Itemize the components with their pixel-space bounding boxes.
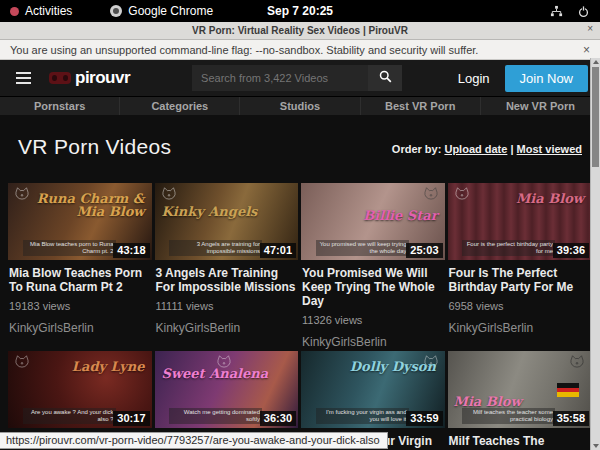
duration-badge: 35:58 — [553, 411, 589, 426]
video-title[interactable]: Mia Blow Teaches Porn To Runa Charm Pt 2 — [9, 266, 151, 294]
nav-item-pornstars[interactable]: Pornstars — [0, 97, 120, 115]
scrollbar-up-arrow-icon[interactable] — [593, 60, 599, 64]
video-thumbnail[interactable]: Dolly Dyson I'm fucking your virgin ass … — [301, 351, 445, 428]
order-separator: | — [510, 143, 513, 155]
video-grid: Runa Charm & Mia Blow Mia Blow teaches p… — [0, 183, 600, 450]
main-nav: Pornstars Categories Studios Best VR Por… — [0, 96, 600, 115]
browser-tab-title: VR Porn: Virtual Reality Sex Videos | Pi… — [0, 25, 600, 36]
nav-item-studios[interactable]: Studios — [240, 97, 360, 115]
page-title-row: VR Porn Videos Order by: Upload date | M… — [0, 115, 600, 159]
studio-cat-logo-icon — [13, 187, 31, 206]
video-title[interactable]: Four Is The Perfect Birthday Party For M… — [449, 266, 591, 294]
thumbnail-overlay-text: Runa Charm & Mia Blow — [33, 192, 145, 218]
video-title[interactable]: 3 Angels Are Training For Impossible Mis… — [156, 266, 298, 294]
video-thumbnail[interactable]: Billie Star You promised we will keep tr… — [301, 183, 445, 260]
scrollbar-down-arrow-icon[interactable] — [593, 444, 599, 448]
german-flag-icon — [557, 383, 579, 397]
studio-cat-logo-icon — [453, 187, 471, 206]
video-card[interactable]: Kinky Angels 3 Angels are training for i… — [155, 183, 299, 349]
thumbnail-caption: 3 Angels are training for impossible mis… — [169, 240, 262, 256]
duration-badge: 39:36 — [553, 243, 589, 258]
video-views: 19183 views — [9, 300, 151, 313]
order-by-label: Order by: — [392, 143, 442, 155]
thumbnail-overlay-text: Mia Blow — [516, 192, 584, 205]
thumbnail-overlay-text: Billie Star — [363, 209, 437, 222]
search-button[interactable] — [368, 65, 402, 91]
video-thumbnail[interactable]: Kinky Angels 3 Angels are training for i… — [155, 183, 299, 260]
nav-item-best-vr-porn[interactable]: Best VR Porn — [361, 97, 481, 115]
window-close-icon[interactable]: × — [587, 23, 593, 34]
studio-cat-logo-icon — [13, 355, 31, 374]
status-url-bar: https://pirouvr.com/vr-porn-video/779325… — [0, 432, 388, 449]
studio-cat-logo-icon — [568, 355, 586, 374]
thumbnail-overlay-text: Lady Lyne — [72, 360, 145, 373]
thumbnail-caption: Four is the perfect birthday party for m… — [462, 240, 555, 256]
video-title[interactable]: Milf Teaches The Teacher Some Practical … — [449, 434, 591, 450]
browser-title-bar: VR Porn: Virtual Reality Sex Videos | Pi… — [0, 22, 600, 40]
network-icon[interactable] — [550, 5, 563, 18]
duration-badge: 25:03 — [406, 243, 442, 258]
video-views: 6958 views — [449, 300, 591, 313]
scrollbar-thumb[interactable] — [592, 67, 599, 167]
duration-badge: 47:01 — [260, 243, 296, 258]
page-scrollbar[interactable] — [590, 58, 600, 450]
vr-goggles-icon — [49, 72, 71, 84]
hamburger-menu-icon[interactable] — [16, 72, 31, 84]
system-top-bar: Activities Google Chrome Sep 7 20:25 — [0, 0, 600, 22]
video-card[interactable]: Billie Star You promised we will keep tr… — [301, 183, 445, 349]
order-by-controls: Order by: Upload date | Most viewed — [392, 143, 582, 159]
order-link-upload-date[interactable]: Upload date — [444, 143, 507, 155]
video-thumbnail[interactable]: Mia Blow Four is the perfect birthday pa… — [448, 183, 592, 260]
duration-badge: 43:18 — [113, 243, 149, 258]
search-icon — [378, 69, 393, 87]
system-clock[interactable]: Sep 7 20:25 — [0, 4, 600, 18]
video-views: 11326 views — [302, 314, 444, 327]
video-studio-link[interactable]: KinkyGirlsBerlin — [9, 321, 151, 335]
nav-item-new-vr-porn[interactable]: New VR Porn — [481, 97, 600, 115]
video-card[interactable]: Mia Blow Four is the perfect birthday pa… — [448, 183, 592, 349]
thumbnail-caption: Watch me getting dominated softly — [169, 408, 262, 424]
thumbnail-overlay-text: Mia Blow — [454, 395, 522, 408]
power-icon[interactable] — [577, 5, 590, 18]
infobar-close-icon[interactable]: × — [583, 43, 590, 57]
thumbnail-overlay-text: Kinky Angels — [162, 205, 258, 218]
search-group — [192, 65, 402, 91]
video-card[interactable]: Mia Blow Milf teaches the teacher some p… — [448, 351, 592, 450]
login-link[interactable]: Login — [458, 71, 490, 86]
nav-item-categories[interactable]: Categories — [120, 97, 240, 115]
video-title[interactable]: You Promised We Will Keep Trying The Who… — [302, 266, 444, 308]
page-title: VR Porn Videos — [18, 135, 171, 159]
duration-badge: 30:17 — [113, 411, 149, 426]
video-thumbnail[interactable]: Mia Blow Milf teaches the teacher some p… — [448, 351, 592, 428]
join-now-button[interactable]: Join Now — [505, 65, 588, 92]
thumbnail-overlay-text: Sweet Analena — [162, 367, 269, 380]
video-thumbnail[interactable]: Runa Charm & Mia Blow Mia Blow teaches p… — [8, 183, 152, 260]
search-input[interactable] — [192, 65, 368, 91]
video-studio-link[interactable]: KinkyGirlsBerlin — [302, 335, 444, 349]
video-thumbnail[interactable]: Lady Lyne Are you awake ? And your dick … — [8, 351, 152, 428]
video-views: 11111 views — [156, 300, 298, 313]
thumbnail-caption: You promised we will keep trying the who… — [316, 240, 409, 256]
video-thumbnail[interactable]: Sweet Analena Watch me getting dominated… — [155, 351, 299, 428]
thumbnail-caption: I'm fucking your virgin ass and you will… — [316, 408, 409, 424]
thumbnail-overlay-text: Dolly Dyson — [350, 360, 436, 373]
site-header: pirouvr Login Join Now — [0, 60, 600, 96]
site-logo-text: pirouvr — [75, 68, 130, 88]
video-card[interactable]: Runa Charm & Mia Blow Mia Blow teaches p… — [8, 183, 152, 349]
video-studio-link[interactable]: KinkyGirlsBerlin — [156, 321, 298, 335]
thumbnail-caption: Milf teaches the teacher some practical … — [462, 408, 555, 424]
duration-badge: 33:59 — [406, 411, 442, 426]
site-logo[interactable]: pirouvr — [49, 68, 130, 88]
thumbnail-caption: Mia Blow teaches porn to Runa Charm pt. … — [23, 240, 116, 256]
video-studio-link[interactable]: KinkyGirlsBerlin — [449, 321, 591, 335]
infobar-message: You are using an unsupported command-lin… — [10, 44, 478, 56]
duration-badge: 36:30 — [260, 411, 296, 426]
chrome-infobar: You are using an unsupported command-lin… — [0, 40, 600, 60]
thumbnail-caption: Are you awake ? And your dick also ? — [23, 408, 116, 424]
order-link-most-viewed[interactable]: Most viewed — [517, 143, 582, 155]
studio-cat-logo-icon — [422, 187, 440, 206]
